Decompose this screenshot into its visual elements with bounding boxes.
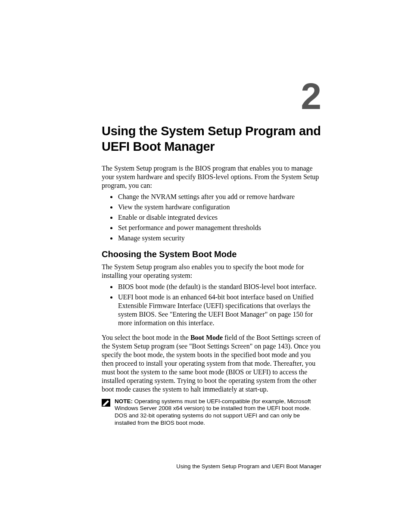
list-item: Set performance and power management thr… [117, 224, 321, 232]
chapter-number: 2 [102, 78, 321, 115]
note-icon [102, 399, 110, 408]
section-heading-boot-mode: Choosing the System Boot Mode [102, 249, 321, 259]
intro-bullet-list: Change the NVRAM settings after you add … [102, 193, 321, 243]
intro-paragraph: The System Setup program is the BIOS pro… [102, 164, 321, 190]
list-item: UEFI boot mode is an enhanced 64-bit boo… [117, 293, 321, 327]
note-text: NOTE: Operating systems must be UEFI-com… [115, 398, 321, 427]
section-paragraph: The System Setup program also enables yo… [102, 263, 321, 280]
list-item: View the system hardware configuration [117, 203, 321, 212]
list-item: Manage system security [117, 234, 321, 243]
note-block: NOTE: Operating systems must be UEFI-com… [102, 398, 321, 427]
boot-mode-bold: Boot Mode [190, 334, 223, 341]
note-label: NOTE: [115, 398, 133, 404]
list-item: Enable or disable integrated devices [117, 213, 321, 222]
list-item: BIOS boot mode (the default) is the stan… [117, 283, 321, 291]
list-item: Change the NVRAM settings after you add … [117, 193, 321, 201]
page-footer: Using the System Setup Program and UEFI … [0, 463, 411, 470]
page-title: Using the System Setup Program and UEFI … [102, 123, 321, 155]
text-run: field of the Boot Settings screen of the… [102, 334, 321, 393]
boot-mode-paragraph: You select the boot mode in the Boot Mod… [102, 333, 321, 394]
boot-mode-bullet-list: BIOS boot mode (the default) is the stan… [102, 283, 321, 327]
text-run: You select the boot mode in the [102, 334, 190, 341]
note-body: Operating systems must be UEFI-compatibl… [115, 398, 311, 426]
